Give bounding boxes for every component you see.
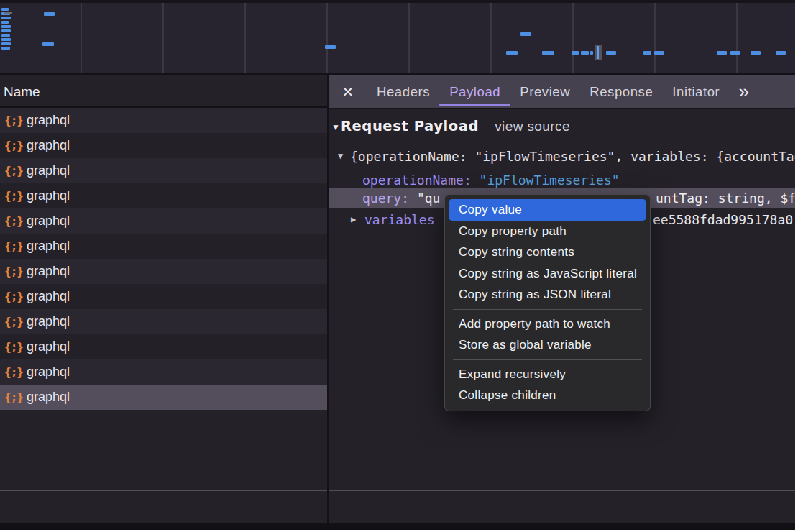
payload-root-preview: {operationName: "ipFlowTimeseries", vari… (350, 147, 795, 165)
request-timing-bar (606, 51, 616, 55)
request-timing-bar (44, 12, 55, 16)
overview-selection-tick (597, 46, 599, 59)
request-timing-bar (42, 42, 54, 46)
json-file-icon: {;} (4, 340, 23, 354)
tab-initiator[interactable]: Initiator (672, 75, 720, 108)
close-panel-button[interactable]: ✕ (339, 83, 357, 101)
network-request-row[interactable]: {;} graphql (0, 359, 327, 385)
context-menu: Copy valueCopy property pathCopy string … (444, 194, 651, 411)
request-timing-bar (581, 51, 589, 55)
overview-selection-marker (595, 45, 602, 60)
context-menu-item[interactable]: Copy string contents (445, 242, 650, 263)
context-menu-item[interactable]: Copy property path (445, 221, 650, 242)
context-menu-item[interactable]: Store as global variable (445, 334, 650, 356)
property-key: variables (364, 212, 435, 227)
request-timing-bar (1, 17, 11, 19)
tab-headers[interactable]: Headers (377, 75, 430, 108)
panel-divider[interactable] (327, 75, 329, 523)
json-file-icon: {;} (4, 290, 23, 303)
collapsed-arrow-icon[interactable]: ▶ (351, 211, 356, 229)
tab-preview[interactable]: Preview (520, 75, 570, 108)
request-timing-bar (730, 51, 740, 55)
request-name: graphql (27, 113, 70, 128)
window-bottom-edge (0, 523, 795, 530)
json-file-icon: {;} (4, 139, 23, 152)
network-request-row[interactable]: {;} graphql (0, 259, 327, 284)
request-timing-bar (776, 51, 786, 55)
request-timing-bar (1, 38, 11, 41)
context-menu-item[interactable]: Copy string as JSON literal (445, 284, 650, 306)
context-menu-item[interactable]: Collapse children (445, 385, 650, 406)
request-name: graphql (27, 314, 70, 329)
request-timing-bar (590, 51, 593, 55)
json-file-icon: {;} (4, 365, 23, 379)
request-name: graphql (27, 138, 70, 153)
request-timing-bar (717, 51, 727, 55)
network-request-row[interactable]: {;} graphql (0, 334, 327, 359)
tab-label: Preview (520, 84, 570, 99)
request-timing-bar (506, 51, 518, 55)
request-name: graphql (27, 214, 70, 229)
context-menu-item[interactable]: Expand recursively (445, 364, 650, 385)
network-request-row[interactable]: {;} graphql (0, 385, 327, 410)
more-tabs-button[interactable]: » (738, 75, 748, 108)
payload-property-operationname[interactable]: operationName: "ipFlowTimeseries" (329, 171, 795, 189)
request-timing-bar (4, 12, 12, 14)
devtools-screenshot: Name {;} graphql {;} graphql {;} graphql… (0, 0, 798, 532)
network-request-row[interactable]: {;} graphql (0, 158, 327, 183)
network-request-row[interactable]: {;} graphql (0, 284, 327, 309)
payload-root-node[interactable]: ▼ {operationName: "ipFlowTimeseries", va… (329, 147, 795, 165)
network-request-row[interactable]: {;} graphql (0, 309, 327, 334)
tab-label: Payload (449, 84, 500, 99)
property-value-continued: ee5588fdad995178a0 (653, 211, 793, 229)
tab-payload[interactable]: Payload (449, 75, 500, 108)
network-request-row[interactable]: {;} graphql (0, 208, 327, 234)
devtools-network-panel: Name {;} graphql {;} graphql {;} graphql… (0, 0, 795, 530)
network-overview-timeline[interactable] (0, 0, 795, 75)
property-value-start: "qu (417, 191, 441, 206)
request-list: {;} graphql {;} graphql {;} graphql {;} … (0, 108, 327, 410)
request-timing-bar (325, 45, 336, 49)
view-source-link[interactable]: view source (495, 117, 570, 136)
request-timing-bar (1, 47, 10, 50)
request-timing-bar (1, 29, 11, 32)
request-timing-bar (1, 25, 11, 28)
context-menu-item[interactable]: Copy value (449, 199, 646, 221)
timeline-gridline-horizontal (0, 17, 795, 17)
property-value: "ipFlowTimeseries" (480, 173, 620, 188)
context-menu-item[interactable]: Add property path to watch (445, 313, 650, 335)
summary-divider (0, 490, 795, 491)
request-payload-title: Request Payload (341, 117, 479, 136)
request-payload-section-header: ▼Request Payloadview source (329, 117, 795, 136)
request-name: graphql (27, 264, 70, 279)
property-key: operationName: (362, 173, 472, 188)
expanded-arrow-icon[interactable]: ▼ (338, 147, 343, 165)
request-timing-bar (1, 8, 9, 11)
json-file-icon: {;} (4, 315, 23, 329)
request-timing-bar (520, 32, 531, 36)
json-file-icon: {;} (4, 164, 23, 178)
timeline-gridlines (0, 3, 795, 73)
request-name: graphql (27, 188, 70, 203)
network-request-row[interactable]: {;} graphql (0, 108, 327, 133)
request-timing-bar (654, 51, 664, 55)
json-file-icon: {;} (4, 265, 23, 278)
collapse-triangle-icon[interactable]: ▼ (331, 122, 340, 132)
menu-separator (453, 309, 642, 310)
name-column-header[interactable]: Name (0, 75, 327, 108)
request-timing-bar (1, 21, 9, 24)
property-value-continued: untTag: string, $f (656, 188, 795, 208)
request-name: graphql (27, 289, 70, 304)
tab-label: Response (590, 84, 653, 99)
network-request-row[interactable]: {;} graphql (0, 183, 327, 208)
json-file-icon: {;} (4, 214, 23, 228)
request-list-panel: Name {;} graphql {;} graphql {;} graphql… (0, 75, 327, 523)
request-timing-bar (643, 51, 651, 55)
request-name: graphql (27, 364, 70, 380)
context-menu-item[interactable]: Copy string as JavaScript literal (445, 263, 650, 285)
network-request-row[interactable]: {;} graphql (0, 133, 327, 158)
network-request-row[interactable]: {;} graphql (0, 234, 327, 259)
tab-response[interactable]: Response (590, 75, 653, 108)
request-timing-bar (1, 42, 11, 45)
request-timing-bar (1, 34, 10, 37)
